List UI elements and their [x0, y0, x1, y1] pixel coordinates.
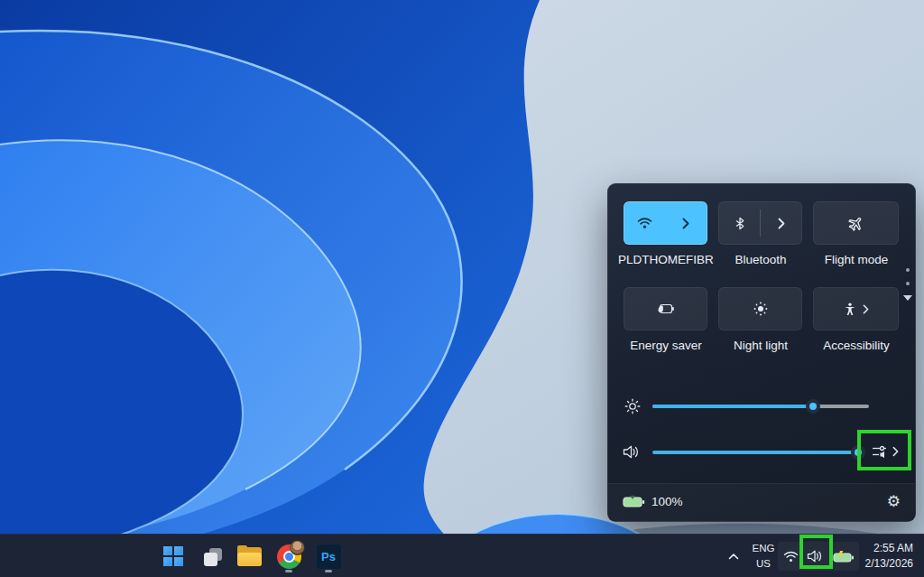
pager-dot[interactable] — [906, 282, 910, 285]
airplane-icon — [845, 212, 867, 234]
energy-saver-tile-label: Energy saver — [618, 339, 714, 352]
chrome-icon — [277, 544, 301, 569]
tray-wifi-icon — [783, 551, 799, 563]
bluetooth-toggle[interactable] — [719, 202, 760, 244]
task-view-icon — [202, 545, 224, 567]
chevron-up-icon — [728, 553, 739, 560]
flight-mode-tile-label: Flight mode — [808, 253, 904, 266]
quick-settings-pager[interactable] — [903, 268, 912, 301]
audio-mixer-icon — [872, 444, 888, 460]
time-label: 2:55 AM — [865, 541, 913, 556]
running-indicator — [325, 570, 332, 572]
system-tray-group[interactable] — [778, 542, 859, 571]
chevron-right-icon — [778, 218, 785, 229]
settings-gear-icon[interactable]: ⚙ — [887, 492, 901, 511]
energy-saver-tile[interactable] — [624, 287, 707, 330]
pager-down-arrow-icon[interactable] — [903, 295, 912, 301]
battery-leaf-icon — [656, 302, 675, 315]
brightness-slider-fill — [652, 405, 813, 408]
photoshop-icon-label: Ps — [321, 550, 336, 563]
folder-icon — [237, 547, 262, 566]
battery-status[interactable]: 100% — [623, 495, 683, 508]
accessibility-tile-label: Accessibility — [808, 339, 904, 352]
chevron-right-icon — [863, 304, 869, 314]
quick-settings-footer: 100% ⚙ — [608, 484, 915, 521]
sun-icon — [753, 302, 768, 316]
clock[interactable]: 2:55 AM 2/13/2026 — [865, 541, 913, 572]
date-label: 2/13/2026 — [865, 556, 913, 572]
brightness-sun-icon — [624, 398, 641, 414]
brightness-slider-row — [608, 396, 915, 417]
start-button[interactable] — [155, 538, 191, 574]
wifi-tile-label: PLDTHOMEFIBR38 — [618, 253, 714, 266]
bluetooth-expand[interactable] — [761, 202, 801, 244]
night-light-tile-label: Night light — [713, 339, 808, 352]
windows-logo-icon — [163, 546, 183, 566]
language-line2: US — [751, 556, 776, 572]
battery-percent-label: 100% — [651, 495, 683, 508]
chevron-right-icon — [682, 218, 689, 229]
accessibility-tile[interactable] — [813, 287, 899, 330]
tray-battery-icon — [832, 550, 855, 563]
person-icon — [844, 302, 856, 316]
photoshop-button[interactable]: Ps — [310, 538, 346, 574]
chrome-button[interactable] — [271, 538, 307, 574]
language-switcher[interactable]: ENG US — [751, 541, 776, 572]
pager-dot[interactable] — [906, 268, 910, 272]
chevron-right-icon — [892, 446, 899, 457]
bluetooth-tile[interactable] — [718, 201, 802, 245]
bluetooth-tile-label: Bluetooth — [713, 253, 808, 266]
wifi-tile[interactable] — [624, 201, 707, 245]
file-explorer-button[interactable] — [231, 538, 267, 574]
volume-slider[interactable] — [652, 451, 858, 454]
brightness-slider-thumb[interactable] — [806, 399, 820, 414]
tray-volume-icon — [807, 549, 824, 563]
volume-slider-row — [608, 442, 915, 463]
wifi-expand[interactable] — [666, 202, 707, 244]
night-light-tile[interactable] — [718, 287, 802, 330]
brightness-slider[interactable] — [652, 405, 869, 408]
wifi-icon — [637, 217, 652, 229]
photoshop-icon: Ps — [316, 544, 342, 570]
chrome-profile-avatar — [290, 540, 305, 555]
language-line1: ENG — [751, 541, 776, 556]
flight-mode-tile[interactable] — [813, 201, 899, 245]
hidden-icons-button[interactable] — [718, 542, 749, 571]
bluetooth-icon — [735, 217, 745, 230]
task-view-button[interactable] — [195, 538, 231, 574]
running-indicator — [285, 570, 292, 572]
speaker-icon — [623, 444, 641, 460]
battery-charging-icon — [623, 495, 645, 508]
volume-slider-fill — [652, 451, 858, 454]
volume-output-selector-button[interactable] — [864, 433, 907, 470]
quick-settings-panel: PLDTHOMEFIBR38 Bluetooth Flight mode — [607, 183, 916, 522]
taskbar: Ps ENG US 2:55 AM 2/13/2026 — [0, 534, 924, 577]
wifi-toggle[interactable] — [624, 202, 666, 244]
